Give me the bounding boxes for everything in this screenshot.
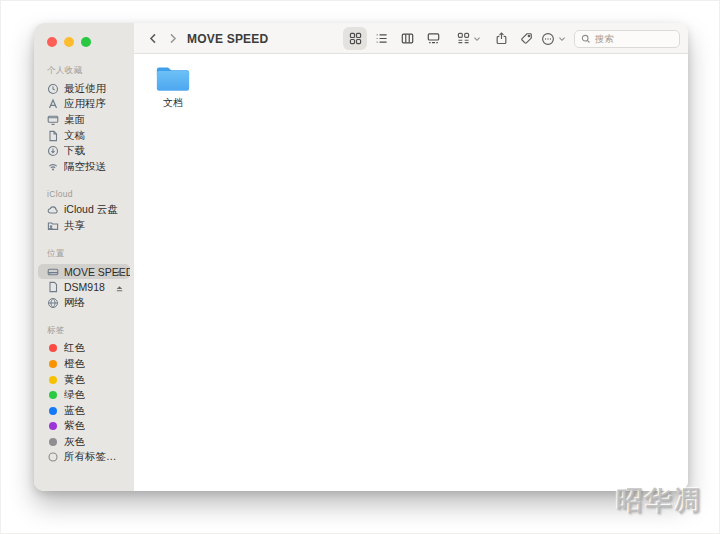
desktop-icon — [47, 114, 59, 126]
sidebar-item-airdrop[interactable]: 隔空投送 — [38, 159, 130, 175]
sidebar-item-label: 橙色 — [64, 357, 85, 371]
applications-icon — [47, 98, 59, 110]
airdrop-icon — [47, 161, 59, 173]
sidebar-item-label: 最近使用 — [64, 82, 106, 96]
finder-window: 个人收藏 最近使用 应用程序 桌面 — [34, 23, 688, 491]
search-icon — [581, 34, 591, 44]
close-button[interactable] — [47, 37, 57, 47]
eject-icon[interactable] — [115, 283, 124, 292]
sidebar-item-label: 文稿 — [64, 129, 85, 143]
chevron-down-icon — [473, 35, 481, 43]
eject-icon[interactable] — [115, 267, 124, 276]
tag-button[interactable] — [515, 23, 537, 54]
tag-dot-purple — [49, 422, 57, 430]
sidebar-item-label: 绿色 — [64, 388, 85, 402]
toolbar: MOVE SPEED — [134, 23, 688, 54]
downloads-icon — [47, 145, 59, 157]
sidebar-item-label: 灰色 — [64, 435, 85, 449]
sidebar-item-tag-purple[interactable]: 紫色 — [38, 419, 130, 435]
sidebar-item-shared[interactable]: 共享 — [38, 218, 130, 234]
sidebar-item-label: 桌面 — [64, 113, 85, 127]
tag-dot-red — [49, 344, 57, 352]
traffic-lights — [34, 23, 134, 51]
sidebar-item-label: 紫色 — [64, 419, 85, 433]
sidebar-item-applications[interactable]: 应用程序 — [38, 97, 130, 113]
sidebar-item-label: DSM918 — [64, 281, 105, 293]
tag-dot-green — [49, 391, 57, 399]
sidebar-item-tag-blue[interactable]: 蓝色 — [38, 403, 130, 419]
list-view-button[interactable] — [369, 27, 393, 50]
search-input[interactable] — [595, 33, 673, 44]
sidebar-item-label: 应用程序 — [64, 97, 106, 111]
shared-folder-icon — [47, 220, 59, 232]
screenshot-page: 个人收藏 最近使用 应用程序 桌面 — [0, 0, 720, 534]
column-view-button[interactable] — [395, 27, 419, 50]
sidebar-item-network[interactable]: 网络 — [38, 295, 130, 311]
tag-dot-blue — [49, 407, 57, 415]
sidebar-item-tag-gray[interactable]: 灰色 — [38, 434, 130, 450]
sidebar-section-locations: 位置 — [34, 248, 134, 260]
tag-dot-orange — [49, 360, 57, 368]
zoom-button[interactable] — [81, 37, 91, 47]
main-area: MOVE SPEED — [134, 23, 688, 491]
sidebar-item-downloads[interactable]: 下载 — [38, 143, 130, 159]
minimize-button[interactable] — [64, 37, 74, 47]
folder-icon — [154, 63, 192, 94]
sidebar-item-all-tags[interactable]: 所有标签… — [38, 450, 130, 466]
sidebar-item-label: 黄色 — [64, 373, 85, 387]
sidebar-item-label: 隔空投送 — [64, 160, 106, 174]
sidebar-item-label: 网络 — [64, 296, 85, 310]
sidebar-item-icloud-drive[interactable]: iCloud 云盘 — [38, 203, 130, 219]
back-button[interactable] — [144, 23, 162, 54]
tag-dot-gray — [49, 438, 57, 446]
sidebar-item-label: 红色 — [64, 341, 85, 355]
file-browser-content: 文档 — [134, 54, 688, 491]
sidebar-item-label: 蓝色 — [64, 404, 85, 418]
sidebar-item-tag-green[interactable]: 绿色 — [38, 387, 130, 403]
search-field[interactable] — [574, 30, 680, 48]
documents-icon — [47, 130, 59, 142]
sidebar-item-tag-yellow[interactable]: 黄色 — [38, 372, 130, 388]
circle-outline-icon — [47, 451, 59, 463]
sidebar-item-label: iCloud 云盘 — [64, 203, 118, 217]
icon-view-button[interactable] — [343, 27, 367, 50]
sidebar-item-recents[interactable]: 最近使用 — [38, 81, 130, 97]
sidebar-item-tag-orange[interactable]: 橙色 — [38, 356, 130, 372]
more-actions-button[interactable] — [537, 23, 569, 54]
icloud-icon — [47, 204, 59, 216]
view-mode-group — [343, 27, 445, 50]
sidebar-item-dsm918[interactable]: DSM918 — [38, 279, 130, 295]
tag-dot-yellow — [49, 376, 57, 384]
sidebar-section-icloud: iCloud — [34, 189, 134, 199]
server-icon — [47, 281, 59, 293]
sidebar-item-label: 所有标签… — [64, 450, 117, 464]
gallery-view-button[interactable] — [421, 27, 445, 50]
sidebar-item-label: 下载 — [64, 144, 85, 158]
sidebar-item-documents[interactable]: 文稿 — [38, 128, 130, 144]
watermark: 昭华凋 — [616, 483, 703, 519]
group-button[interactable] — [452, 23, 486, 54]
harddrive-icon — [47, 266, 59, 278]
share-button[interactable] — [490, 23, 512, 54]
sidebar-item-tag-red[interactable]: 红色 — [38, 341, 130, 357]
chevron-down-icon — [558, 35, 566, 43]
network-icon — [47, 297, 59, 309]
sidebar: 个人收藏 最近使用 应用程序 桌面 — [34, 23, 134, 491]
folder-label: 文档 — [163, 96, 183, 110]
sidebar-section-tags: 标签 — [34, 325, 134, 337]
window-title: MOVE SPEED — [187, 23, 268, 54]
sidebar-item-label: 共享 — [64, 219, 85, 233]
forward-button[interactable] — [163, 23, 181, 54]
sidebar-item-desktop[interactable]: 桌面 — [38, 112, 130, 128]
folder-item[interactable]: 文档 — [150, 63, 196, 110]
clock-icon — [47, 83, 59, 95]
sidebar-item-move-speed[interactable]: MOVE SPEED — [38, 264, 130, 280]
sidebar-section-favorites: 个人收藏 — [34, 65, 134, 77]
